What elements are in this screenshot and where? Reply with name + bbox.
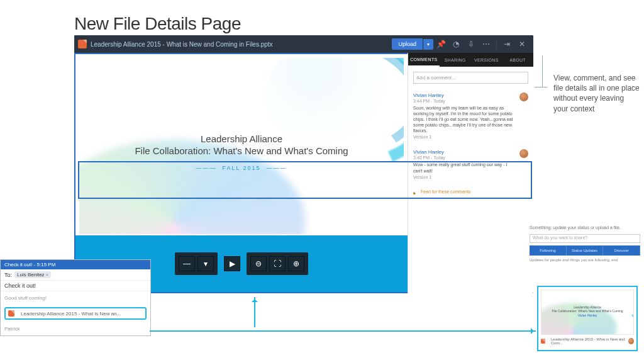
page-title: New File Details Page — [74, 14, 241, 34]
chat-to-row: To: Luis Benitez× — [1, 269, 150, 281]
tab-sharing[interactable]: SHARING — [440, 53, 471, 67]
file-name: Leadership Alliance 2015 - What is New a… — [91, 41, 273, 48]
to-label: To: — [4, 272, 12, 278]
feed-tab-discover[interactable]: Discover — [603, 245, 640, 256]
comment-timestamp: 3:40 PM - Today — [413, 155, 517, 160]
annotation-arrow-up — [254, 297, 255, 327]
file-details-window: Leadership Alliance 2015 - What is New a… — [74, 35, 533, 293]
upload-dropdown[interactable]: ▾ — [423, 39, 433, 50]
more-icon[interactable]: ⋯ — [479, 38, 494, 50]
avatar — [519, 93, 528, 101]
highlight-box — [78, 161, 532, 199]
powerpoint-icon — [78, 40, 87, 48]
pin-icon[interactable]: 📌 — [433, 38, 448, 50]
page-indicator[interactable]: — — [179, 256, 195, 271]
file-thumbnail-card[interactable]: Leadership Alliance File Collaboration: … — [537, 286, 638, 351]
slide-viewer: Leadership Alliance File Collaboration: … — [74, 53, 408, 293]
chat-sender: Patrick — [1, 322, 150, 335]
chat-header: Check it out! - 5:15 PM — [1, 260, 150, 269]
clock-icon[interactable]: ◔ — [448, 38, 464, 50]
callout-line-h — [535, 87, 547, 87]
avatar — [628, 338, 634, 344]
recipient-chip[interactable]: Luis Benitez× — [14, 271, 51, 278]
comment-author[interactable]: Vivian Hanley — [413, 149, 517, 155]
zoom-out-button[interactable]: ⊖ — [250, 256, 267, 271]
share-input[interactable]: What do you want to share? — [530, 234, 640, 243]
chat-subject[interactable]: Check it out! — [1, 281, 150, 291]
annotation-arrow-right — [150, 330, 536, 332]
status-prompt: Something: update your status or upload … — [530, 225, 621, 230]
feed-tabs: Following Status Updates Discover — [530, 245, 640, 256]
comment-item: Vivian Hanley 3:44 PM - Today Soon, work… — [413, 93, 528, 139]
upload-button[interactable]: Upload — [392, 38, 423, 50]
chat-attachment[interactable]: Leadership Alliance 2015 - What is New a… — [4, 307, 147, 320]
zoom-in-button[interactable]: ⊕ — [288, 256, 304, 271]
slide-title-1: Leadership Alliance — [79, 133, 404, 144]
feed-tab-status[interactable]: Status Updates — [567, 245, 604, 256]
topbar: Leadership Alliance 2015 - What is New a… — [74, 35, 533, 53]
powerpoint-icon — [541, 339, 545, 344]
comment-version: Version 1 — [413, 135, 517, 139]
add-comment-input[interactable]: Add a comment... — [413, 72, 528, 84]
chat-preview: Good stuff coming! — [1, 291, 150, 305]
tab-versions[interactable]: VERSIONS — [471, 53, 502, 67]
callout-line-v — [542, 55, 543, 87]
feed-tab-following[interactable]: Following — [530, 245, 567, 256]
comment-body: Soon, working with my team will be as ea… — [413, 105, 517, 133]
fit-button[interactable]: ⛶ — [269, 256, 286, 271]
tab-about[interactable]: ABOUT — [502, 53, 533, 67]
thumbnail-preview: Leadership Alliance File Collaboration: … — [541, 290, 634, 335]
share-chat-popup: Check it out! - 5:15 PM To: Luis Benitez… — [0, 259, 151, 336]
comment-timestamp: 3:44 PM - Today — [413, 99, 517, 103]
play-button[interactable]: ▶ — [224, 256, 240, 271]
feed-filter-text: Updates for people and things you are fo… — [530, 257, 640, 263]
panel-tabs: COMMENTS SHARING VERSIONS ABOUT — [408, 53, 533, 67]
powerpoint-icon — [8, 310, 14, 317]
callout-text: View, comment, and see file details all … — [553, 73, 640, 114]
tab-comments[interactable]: COMMENTS — [408, 53, 440, 67]
page-dropdown[interactable]: ▾ — [197, 256, 214, 271]
collapse-panel-icon[interactable]: ⇥ — [499, 38, 514, 50]
slide-title-2: File Collaboration: What's New and What'… — [79, 145, 404, 156]
download-icon[interactable]: ⇩ — [464, 38, 479, 50]
slide: Leadership Alliance File Collaboration: … — [79, 58, 404, 234]
close-icon[interactable]: ✕ — [514, 38, 530, 50]
avatar — [519, 149, 528, 158]
comment-author[interactable]: Vivian Hanley — [413, 93, 517, 98]
remove-chip-icon[interactable]: × — [46, 272, 49, 278]
thumbnail-caption: Leadership Alliance 2015 - What is New a… — [551, 337, 626, 345]
